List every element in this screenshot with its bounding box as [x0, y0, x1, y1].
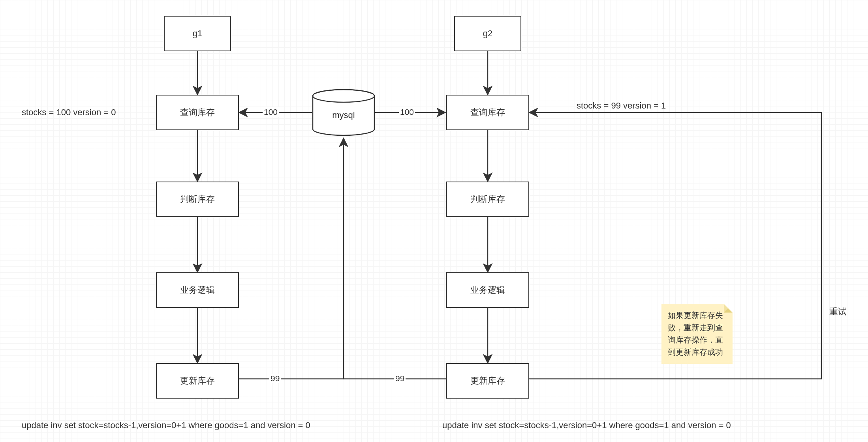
retry-label: 重试	[829, 306, 847, 318]
node-g2-label: g2	[483, 28, 492, 39]
edge-label-left-to-mysql: 99	[269, 374, 281, 383]
edge-label-mysql-to-right: 100	[399, 107, 415, 117]
node-g2: g2	[454, 16, 521, 51]
node-mysql-label: mysql	[312, 89, 375, 136]
node-g1: g1	[164, 16, 231, 51]
node-judge-stock-right-label: 判断库存	[470, 193, 505, 205]
diagram-edges	[0, 0, 868, 442]
node-query-stock-left-label: 查询库存	[180, 107, 215, 118]
node-mysql: mysql	[312, 89, 375, 136]
node-g1-label: g1	[193, 28, 202, 39]
sql-label-right: update inv set stock=stocks-1,version=0+…	[442, 420, 731, 431]
sticky-note: 如果更新库存失败，重新走到查询库存操作，直到更新库存成功	[661, 304, 733, 364]
node-query-stock-left: 查询库存	[156, 95, 239, 130]
sticky-note-text: 如果更新库存失败，重新走到查询库存操作，直到更新库存成功	[668, 311, 723, 356]
edge-label-right-to-mysql: 99	[394, 374, 406, 383]
node-query-stock-right: 查询库存	[446, 95, 529, 130]
node-update-stock-left: 更新库存	[156, 363, 239, 399]
node-update-stock-right-label: 更新库存	[470, 375, 505, 387]
sql-label-left: update inv set stock=stocks-1,version=0+…	[22, 420, 310, 431]
node-query-stock-right-label: 查询库存	[470, 107, 505, 118]
node-biz-logic-right-label: 业务逻辑	[470, 284, 505, 296]
node-judge-stock-right: 判断库存	[446, 182, 529, 217]
node-judge-stock-left-label: 判断库存	[180, 193, 215, 205]
edge-label-mysql-to-left: 100	[263, 107, 279, 117]
node-judge-stock-left: 判断库存	[156, 182, 239, 217]
node-update-stock-right: 更新库存	[446, 363, 529, 399]
node-biz-logic-left-label: 业务逻辑	[180, 284, 215, 296]
node-update-stock-left-label: 更新库存	[180, 375, 215, 387]
state-label-left: stocks = 100 version = 0	[22, 107, 116, 118]
node-biz-logic-left: 业务逻辑	[156, 272, 239, 308]
node-biz-logic-right: 业务逻辑	[446, 272, 529, 308]
state-label-right: stocks = 99 version = 1	[577, 101, 666, 111]
